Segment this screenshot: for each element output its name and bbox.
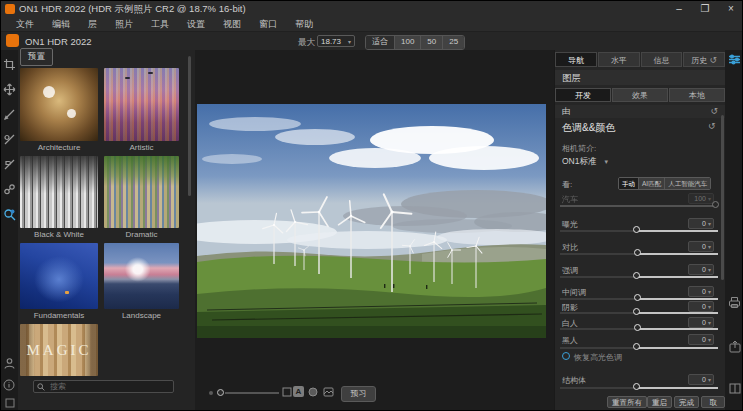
preview-button[interactable]: 预习 — [341, 386, 376, 402]
crop-tool-icon[interactable] — [3, 58, 16, 71]
perfect-brush-icon[interactable] — [3, 158, 16, 171]
preset-thumb-dramatic[interactable] — [104, 156, 179, 228]
preset-thumb-fundamentals[interactable] — [20, 243, 98, 309]
slider-handle — [633, 383, 640, 390]
slider-handle — [633, 226, 640, 233]
tab-levels[interactable]: 水平 — [598, 52, 640, 67]
tab-history[interactable]: 历史 ↺ — [683, 52, 725, 67]
highlight-option-radio[interactable] — [562, 352, 570, 360]
slider-value-shadows[interactable]: 0▾ — [688, 301, 714, 312]
navigator-tabs: 导航 水平 信息 历史 ↺ — [555, 52, 725, 67]
preset-thumb-landscape[interactable] — [104, 243, 179, 309]
adjustments-icon[interactable] — [728, 53, 741, 66]
slider-value-whites[interactable]: 0▾ — [688, 317, 714, 328]
zoom-100-button[interactable]: 100 — [395, 36, 421, 49]
tab-navigator[interactable]: 导航 — [555, 52, 597, 67]
slider-track-shadows[interactable] — [560, 312, 718, 314]
slider-value-structure[interactable]: 0▾ — [688, 374, 714, 385]
slider-track-blacks[interactable] — [560, 347, 718, 349]
menu-settings[interactable]: 设置 — [178, 17, 214, 32]
layers-header[interactable]: 图层 — [555, 70, 725, 85]
slider-track-highlights[interactable] — [560, 276, 718, 278]
split-view-icon[interactable] — [729, 383, 741, 394]
tab-local[interactable]: 本地 — [669, 88, 725, 102]
menu-layer[interactable]: 层 — [79, 17, 106, 32]
slider-track-structure[interactable] — [560, 387, 718, 389]
menu-tools[interactable]: 工具 — [142, 17, 178, 32]
canvas-photo[interactable] — [197, 104, 546, 338]
slider-track-whites[interactable] — [560, 328, 718, 330]
tab-effects[interactable]: 效果 — [612, 88, 668, 102]
slider-value-blacks[interactable]: 0▾ — [688, 334, 714, 345]
presets-tab[interactable]: 预置 — [20, 48, 53, 66]
slider-label-structure: 结构体 — [562, 375, 586, 386]
tone-mode-ai-match[interactable]: AI匹配 — [639, 178, 665, 189]
slider-value-contrast[interactable]: 0▾ — [688, 241, 714, 252]
slider-label-exposure: 曝光 — [562, 219, 578, 230]
slider-value-exposure[interactable]: 0▾ — [688, 218, 714, 229]
tone-color-reset-icon[interactable]: ↺ — [708, 121, 716, 131]
slider-track-midtones[interactable] — [560, 298, 718, 300]
tone-mode-ai-auto[interactable]: 人工智能汽车 — [665, 178, 710, 189]
zoom-value-dropdown[interactable]: 18.73 ▾ — [317, 35, 355, 47]
zoom-out-dot-icon[interactable] — [209, 391, 213, 395]
zoom-50-button[interactable]: 50 — [421, 36, 443, 49]
canvas-zoom-track[interactable] — [225, 392, 279, 394]
preset-caption: Fundamentals — [20, 311, 98, 320]
tab-info[interactable]: 信息 — [641, 52, 683, 67]
presets-scrollbar[interactable] — [188, 56, 191, 196]
zoom-fit-button[interactable]: 适合 — [366, 36, 395, 49]
masking-bug-icon[interactable] — [3, 133, 16, 146]
menu-window[interactable]: 窗口 — [250, 17, 286, 32]
preset-thumb-black-white[interactable] — [20, 156, 98, 228]
menu-help[interactable]: 帮助 — [286, 17, 322, 32]
soft-proof-icon[interactable] — [308, 387, 318, 397]
camera-profile-dropdown[interactable]: ON1标准 ▾ — [562, 156, 608, 168]
menu-photo[interactable]: 照片 — [106, 17, 142, 32]
move-tool-icon[interactable] — [3, 83, 16, 96]
browse-module-icon[interactable] — [5, 398, 18, 411]
slider-handle — [633, 343, 640, 350]
retouch-tool-icon[interactable] — [3, 183, 16, 196]
reset-all-button[interactable]: 重置所有 — [607, 396, 647, 408]
zoom-tool-icon[interactable] — [3, 208, 16, 221]
info-icon[interactable] — [3, 379, 16, 392]
preset-thumb-artistic[interactable] — [104, 68, 179, 141]
preset-thumb-magic[interactable]: MAGIC — [20, 324, 98, 376]
account-icon[interactable] — [3, 357, 16, 370]
cancel-button[interactable]: 取消 — [701, 396, 725, 408]
compare-view-icon[interactable] — [282, 387, 292, 397]
export-icon[interactable] — [729, 340, 741, 353]
view-mode-icon[interactable] — [323, 387, 334, 397]
tab-develop[interactable]: 开发 — [555, 88, 611, 102]
slider-track-exposure[interactable] — [560, 230, 718, 232]
chevron-down-icon: ▾ — [708, 319, 711, 326]
zoom-25-button[interactable]: 25 — [443, 36, 464, 49]
slider-label-contrast: 对比 — [562, 242, 578, 253]
menubar: 文件 编辑 层 照片 工具 设置 视图 窗口 帮助 — [1, 17, 743, 32]
maximize-button[interactable]: ❐ — [692, 1, 718, 17]
masking-brush-icon[interactable] — [3, 108, 16, 121]
collapsed-pane-header[interactable]: 由 ↺ — [555, 105, 725, 118]
minimize-button[interactable]: – — [666, 1, 692, 17]
menu-file[interactable]: 文件 — [7, 17, 43, 32]
preset-thumb-architecture[interactable] — [20, 68, 98, 141]
panel-scrollbar[interactable] — [721, 115, 724, 280]
canvas-zoom-handle[interactable] — [217, 389, 224, 396]
undo-icon[interactable]: ↺ — [709, 55, 717, 65]
slider-value-highlights[interactable]: 0▾ — [688, 264, 714, 275]
print-icon[interactable] — [728, 296, 741, 309]
tone-mode-manual[interactable]: 手动 — [619, 178, 639, 189]
tone-color-title[interactable]: 色调&&颜色 — [562, 121, 615, 135]
menu-edit[interactable]: 编辑 — [43, 17, 79, 32]
slider-track-contrast[interactable] — [560, 253, 718, 255]
menu-view[interactable]: 视图 — [214, 17, 250, 32]
slider-value-midtones[interactable]: 0▾ — [688, 286, 714, 297]
original-view-icon[interactable]: A — [293, 386, 304, 397]
pane-reset-icon[interactable]: ↺ — [710, 105, 718, 118]
done-button[interactable]: 完成 — [674, 396, 699, 408]
close-button[interactable]: × — [718, 1, 743, 17]
reset-button[interactable]: 重启 — [647, 396, 672, 408]
app-window: ON1 HDR 2022 (HDR 示例照片 CR2 @ 18.7% 16-bi… — [0, 0, 743, 411]
search-input[interactable] — [48, 381, 170, 392]
